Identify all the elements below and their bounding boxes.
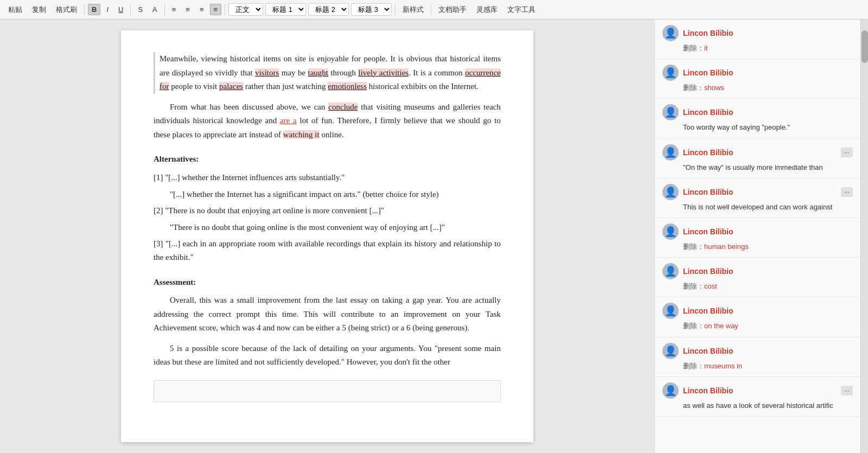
comment-delete-value-7: cost [704,282,717,290]
paragraph-2: From what has been discussed above, we c… [154,100,501,142]
comment-item-10: 👤Lincon Bilibio···as well as have a look… [655,377,860,417]
scrollbar-thumb[interactable] [861,30,868,63]
comment-delete-label-7: 删除： [683,282,704,290]
word-and: and [263,323,275,332]
align-right-button[interactable]: ≡ [196,4,208,15]
paragraph-1: Meanwhile, viewing historical items on s… [154,52,501,94]
comment-item-9: 👤Lincon Bilibio删除：museums in [655,337,860,377]
comment-delete-label-1: 删除： [683,44,704,52]
separator-1 [84,4,85,15]
comment-body-7: 删除：cost [662,282,853,291]
avatar-icon: 👤 [665,186,676,198]
tracked-conclude: conclude [328,103,358,111]
avatar-icon: 👤 [665,146,676,158]
comment-body-10: as well as have a look of several histor… [662,401,853,411]
underline-button[interactable]: U [114,4,127,15]
section-alternatives-heading: Alternatives: [154,152,501,167]
comment-avatar-6: 👤 [662,224,679,240]
comment-header-1: 👤Lincon Bilibio [662,25,853,41]
style-h3-dropdown[interactable]: 标题 3 [351,3,392,16]
align-center-button[interactable]: ≡ [182,4,194,15]
comment-author-7: Lincon Bilibio [683,267,733,276]
comment-avatar-10: 👤 [662,382,679,399]
inspiration-button[interactable]: 灵感库 [473,3,501,16]
avatar-icon: 👤 [665,226,676,238]
comment-delete-value-1: it [704,44,708,52]
comment-more-button-10[interactable]: ··· [841,386,853,395]
section-assessment-heading: Assessment: [154,276,501,290]
comment-header-7: 👤Lincon Bilibio [662,263,853,279]
avatar-icon: 👤 [665,265,676,277]
comment-more-button-4[interactable]: ··· [841,148,853,157]
separator-3 [164,4,165,15]
comment-body-3: Too wordy way of saying "people." [662,123,853,132]
comment-more-button-5[interactable]: ··· [841,187,853,197]
style-h1-dropdown[interactable]: 标题 1 [265,3,306,16]
comment-delete-label-2: 删除： [683,84,704,92]
comment-delete-value-6: human beings [704,243,749,251]
separator-4 [225,4,225,15]
comment-delete-value-9: museums in [704,362,742,370]
right-scrollbar[interactable] [860,20,868,453]
comment-body-8: 删除：on the way [662,321,853,331]
comment-header-3: 👤Lincon Bilibio [662,104,853,120]
comment-item-3: 👤Lincon BilibioToo wordy way of saying "… [655,99,860,138]
comment-author-1: Lincon Bilibio [683,29,733,37]
comment-avatar-1: 👤 [662,25,679,41]
comment-body-1: 删除：it [662,43,853,53]
align-left-button[interactable]: ≡ [168,4,180,15]
comment-delete-label-6: 删除： [683,243,704,251]
avatar-icon: 👤 [665,106,676,118]
tracked-lively: lively activities [358,68,409,77]
format-painter-button[interactable]: 格式刷 [52,3,81,16]
comment-delete-value-2: shows [704,84,724,92]
input-area[interactable] [154,380,501,402]
text-tools-button[interactable]: 文字工具 [503,3,539,16]
tracked-visitors: visitors [255,68,279,77]
comment-item-2: 👤Lincon Bilibio删除：shows [655,59,860,99]
comment-avatar-5: 👤 [662,184,679,200]
separator-5 [395,4,395,15]
comment-author-6: Lincon Bilibio [683,227,733,236]
comment-author-4: Lincon Bilibio [683,148,733,157]
writing-assist-button[interactable]: 文档助手 [435,3,470,16]
document-area[interactable]: Meanwhile, viewing historical items on s… [0,20,654,453]
comment-avatar-3: 👤 [662,104,679,120]
tracked-taught: taught [308,68,329,77]
assessment-paragraph-1: Overall, this was a small improvement fr… [154,294,501,335]
comment-body-5: This is not well developed and can work … [662,202,853,212]
alt-item-3: [3] "[...] each in an appropriate room w… [154,237,501,265]
avatar-icon: 👤 [665,27,676,39]
comment-header-5: 👤Lincon Bilibio··· [662,184,853,200]
style-h2-dropdown[interactable]: 标题 2 [308,3,349,16]
tracked-are-a: are a [280,116,297,125]
comment-delete-label-8: 删除： [683,322,704,330]
bold-button[interactable]: B [88,4,100,15]
copy-button[interactable]: 复制 [28,3,50,16]
comment-author-5: Lincon Bilibio [683,188,733,196]
comment-item-8: 👤Lincon Bilibio删除：on the way [655,297,860,337]
comment-header-6: 👤Lincon Bilibio [662,224,853,240]
comment-item-7: 👤Lincon Bilibio删除：cost [655,258,860,297]
strikethrough-button[interactable]: S [134,4,146,15]
comment-body-9: 删除：museums in [662,361,853,371]
alt-item-1-sub: "[...] whether the Internet has a signif… [170,188,501,202]
avatar-icon: 👤 [665,345,676,357]
align-justify-button[interactable]: ≡ [210,4,222,15]
comment-avatar-4: 👤 [662,144,679,161]
style-normal-dropdown[interactable]: 正文 [228,3,263,16]
separator-6 [431,4,431,15]
font-color-button[interactable]: A [149,4,161,15]
comment-delete-label-9: 删除： [683,362,704,370]
paste-button[interactable]: 粘贴 [4,3,26,16]
comment-author-2: Lincon Bilibio [683,68,733,77]
avatar-icon: 👤 [665,305,676,317]
comment-item-4: 👤Lincon Bilibio···"On the way" is usuall… [655,139,860,178]
comment-header-10: 👤Lincon Bilibio··· [662,382,853,399]
comment-body-2: 删除：shows [662,83,853,93]
comments-panel: 👤Lincon Bilibio删除：it👤Lincon Bilibio删除：sh… [654,20,860,453]
italic-button[interactable]: I [103,4,112,15]
comment-body-4: "On the way" is usually more immediate t… [662,163,853,173]
new-style-button[interactable]: 新样式 [399,3,427,16]
comment-author-10: Lincon Bilibio [683,386,733,395]
